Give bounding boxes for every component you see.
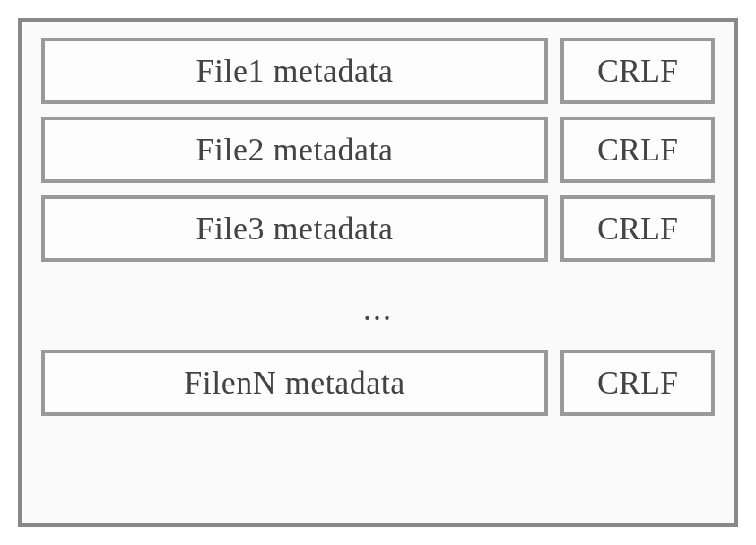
crlf-cell: CRLF [560,350,715,416]
file-metadata-structure: File1 metadata CRLF File2 metadata CRLF … [18,18,738,527]
crlf-cell: CRLF [560,195,715,262]
file-metadata-cell: File2 metadata [41,117,548,183]
ellipsis: ... [41,274,715,337]
crlf-cell: CRLF [560,38,715,104]
metadata-row: File1 metadata CRLF [41,38,715,104]
file-metadata-cell: File3 metadata [41,195,548,262]
file-metadata-cell: File1 metadata [41,38,548,104]
file-metadata-cell: FilenN metadata [41,350,548,416]
metadata-row: File3 metadata CRLF [41,195,715,262]
crlf-cell: CRLF [560,117,715,183]
metadata-row: File2 metadata CRLF [41,117,715,183]
metadata-row: FilenN metadata CRLF [41,350,715,416]
